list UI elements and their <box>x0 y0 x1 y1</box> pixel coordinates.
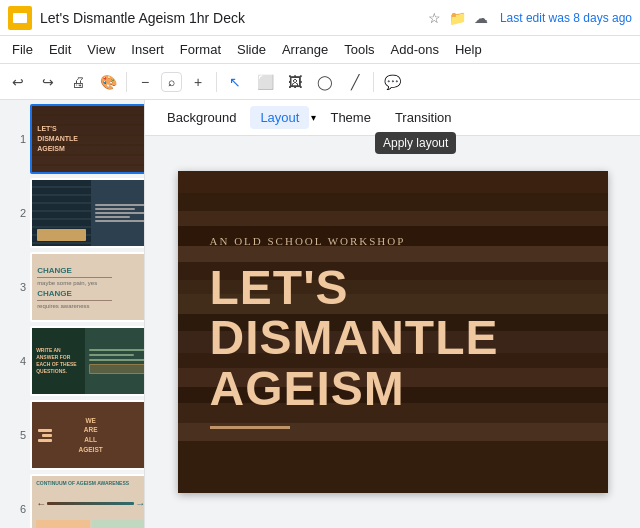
image-button[interactable]: 🖼 <box>281 68 309 96</box>
slide-title-line2: DISMANTLE <box>210 313 576 363</box>
zoom-in-button[interactable]: + <box>184 68 212 96</box>
slide-title-line3: AGEISM <box>210 364 576 414</box>
menu-bar: File Edit View Insert Format Slide Arran… <box>0 36 640 64</box>
menu-arrange[interactable]: Arrange <box>274 40 336 59</box>
print-button[interactable]: 🖨 <box>64 68 92 96</box>
shapes-button[interactable]: ◯ <box>311 68 339 96</box>
comment-button[interactable]: 💬 <box>378 68 406 96</box>
slide-panel: 1 LET'SDISMANTLEAGEISM 2 <box>0 100 145 528</box>
canvas-area: Background Layout ▾ Theme Transition App… <box>145 100 640 528</box>
slide-thumb-4[interactable]: WRITE ANANSWER FOREACH OF THESEQUESTIONS… <box>30 326 145 396</box>
slide-canvas[interactable]: An Old School Workshop LET'S DISMANTLE A… <box>145 136 640 528</box>
thumb3-title2: CHANGE <box>37 289 144 298</box>
menu-help[interactable]: Help <box>447 40 490 59</box>
separator-3 <box>373 72 374 92</box>
slide-thumb-wrapper-4: 4 WRITE ANANSWER FOREACH OF THESEQUESTIO… <box>20 326 144 396</box>
menu-addons[interactable]: Add-ons <box>383 40 447 59</box>
slide-subtitle: An Old School Workshop <box>210 235 576 247</box>
slide-num-2: 2 <box>20 207 26 219</box>
slide-underline <box>210 426 290 429</box>
redo-button[interactable]: ↪ <box>34 68 62 96</box>
menu-slide[interactable]: Slide <box>229 40 274 59</box>
separator-2 <box>216 72 217 92</box>
menu-file[interactable]: File <box>4 40 41 59</box>
background-button[interactable]: Background <box>157 106 246 129</box>
menu-tools[interactable]: Tools <box>336 40 382 59</box>
menu-format[interactable]: Format <box>172 40 229 59</box>
slide-num-4: 4 <box>20 355 26 367</box>
slide-num-5: 5 <box>20 429 26 441</box>
star-icon[interactable]: ☆ <box>428 10 441 26</box>
slide-thumb-3[interactable]: CHANGE maybe some pain, yes CHANGE requi… <box>30 252 145 322</box>
slide-num-3: 3 <box>20 281 26 293</box>
title-bar: Let's Dismantle Ageism 1hr Deck ☆ 📁 ☁ La… <box>0 0 640 36</box>
app-icon <box>8 6 32 30</box>
separator-1 <box>126 72 127 92</box>
slide-thumb-wrapper-2: 2 <box>20 178 144 248</box>
toolbar: ↩ ↪ 🖨 🎨 − ⌕ + ↖ ⬜ 🖼 ◯ ╱ 💬 <box>0 64 640 100</box>
layout-button[interactable]: Layout <box>250 106 309 129</box>
apply-layout-tooltip: Apply layout <box>375 132 456 154</box>
folder-icon[interactable]: 📁 <box>449 10 466 26</box>
document-title[interactable]: Let's Dismantle Ageism 1hr Deck <box>40 10 424 26</box>
thumb3-subtitle2: requires awareness <box>37 303 144 309</box>
thumb4-text: WRITE ANANSWER FOREACH OF THESEQUESTIONS… <box>36 347 81 375</box>
transition-button[interactable]: Transition <box>385 106 462 129</box>
slide-content: An Old School Workshop LET'S DISMANTLE A… <box>178 171 608 493</box>
layout-dropdown[interactable]: Layout ▾ <box>250 106 316 129</box>
slide-thumb-6[interactable]: CONTINUUM OF AGEISM AWARENESS ← → <box>30 474 145 528</box>
slide-title: LET'S DISMANTLE AGEISM <box>210 263 576 414</box>
slide-thumb-wrapper-6: 6 CONTINUUM OF AGEISM AWARENESS ← → <box>20 474 144 528</box>
slide-thumb-5[interactable]: WEAREALLAGEIST <box>30 400 145 470</box>
slide-thumb-1[interactable]: LET'SDISMANTLEAGEISM <box>30 104 145 174</box>
menu-edit[interactable]: Edit <box>41 40 79 59</box>
slide-toolbar: Background Layout ▾ Theme Transition App… <box>145 100 640 136</box>
thumb3-title: CHANGE <box>37 266 144 275</box>
slide-thumb-wrapper-3: 3 CHANGE maybe some pain, yes CHANGE req… <box>20 252 144 322</box>
line-button[interactable]: ╱ <box>341 68 369 96</box>
cloud-icon[interactable]: ☁ <box>474 10 488 26</box>
paint-format-button[interactable]: 🎨 <box>94 68 122 96</box>
thumb3-subtitle: maybe some pain, yes <box>37 280 144 286</box>
text-box-button[interactable]: ⬜ <box>251 68 279 96</box>
slide-title-line1: LET'S <box>210 263 576 313</box>
main-slide[interactable]: An Old School Workshop LET'S DISMANTLE A… <box>178 171 608 493</box>
menu-view[interactable]: View <box>79 40 123 59</box>
zoom-out-button[interactable]: − <box>131 68 159 96</box>
theme-button[interactable]: Theme <box>320 106 380 129</box>
last-edit: Last edit was 8 days ago <box>500 11 632 25</box>
slide-num-6: 6 <box>20 503 26 515</box>
slide-num-1: 1 <box>20 133 26 145</box>
menu-insert[interactable]: Insert <box>123 40 172 59</box>
slide-thumb-wrapper-1: 1 LET'SDISMANTLEAGEISM <box>20 104 144 174</box>
zoom-level[interactable]: ⌕ <box>161 72 182 92</box>
main-area: 1 LET'SDISMANTLEAGEISM 2 <box>0 100 640 528</box>
cursor-button[interactable]: ↖ <box>221 68 249 96</box>
slide-thumb-wrapper-5: 5 WEAREALLAGEIST <box>20 400 144 470</box>
thumb5-text: WEAREALLAGEIST <box>79 416 103 455</box>
layout-chevron-icon[interactable]: ▾ <box>311 112 316 123</box>
undo-button[interactable]: ↩ <box>4 68 32 96</box>
thumb6-title: CONTINUUM OF AGEISM AWARENESS <box>36 480 145 486</box>
slide-thumb-2[interactable] <box>30 178 145 248</box>
